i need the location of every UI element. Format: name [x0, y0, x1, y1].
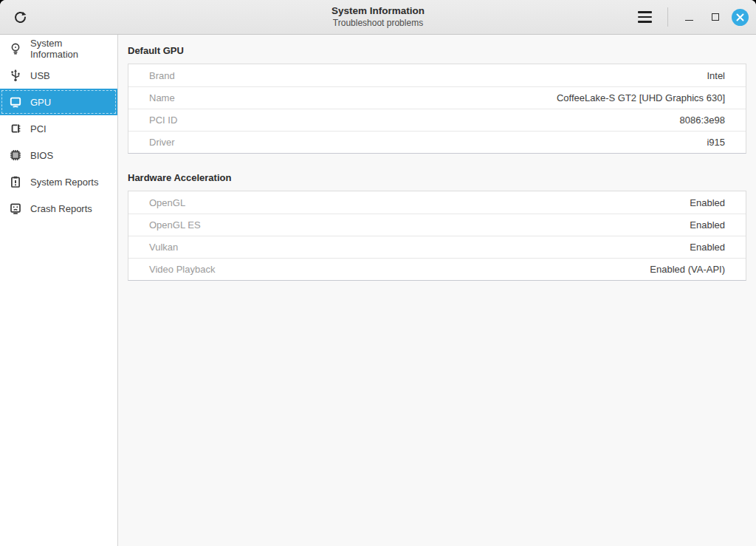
- sidebar-item-usb[interactable]: USB: [0, 62, 117, 89]
- row-label: OpenGL: [149, 197, 185, 208]
- window-subtitle: Troubleshoot problems: [331, 18, 425, 29]
- row-label: Brand: [149, 70, 175, 81]
- table-row: PCI ID 8086:3e98: [128, 109, 746, 131]
- chip-icon: [9, 149, 22, 162]
- app-window: System Information Troubleshoot problems: [0, 0, 756, 546]
- sidebar-item-system-information[interactable]: System Information: [0, 35, 117, 62]
- row-label: Video Playback: [149, 264, 215, 275]
- row-value: Intel: [707, 70, 725, 81]
- section-hardware-acceleration: Hardware Acceleration OpenGL Enabled Ope…: [128, 172, 746, 281]
- sidebar-item-label: GPU: [30, 97, 51, 108]
- sidebar-item-bios[interactable]: BIOS: [0, 142, 117, 168]
- sidebar-item-label: USB: [30, 70, 50, 81]
- menu-button[interactable]: [632, 4, 657, 30]
- row-value: Enabled: [690, 197, 725, 208]
- refresh-button[interactable]: [7, 4, 32, 30]
- row-label: Driver: [149, 137, 175, 148]
- info-table: Brand Intel Name CoffeeLake-S GT2 [UHD G…: [128, 64, 746, 154]
- maximize-icon: [712, 13, 719, 21]
- pci-card-icon: [9, 122, 22, 135]
- main-area: System Information USB: [0, 35, 756, 546]
- row-label: OpenGL ES: [149, 219, 201, 231]
- sidebar-item-pci[interactable]: PCI: [0, 115, 117, 142]
- table-row: Name CoffeeLake-S GT2 [UHD Graphics 630]: [128, 86, 746, 109]
- sidebar-item-label: System Reports: [30, 177, 98, 188]
- minimize-button[interactable]: [678, 7, 699, 27]
- row-value: Enabled: [690, 242, 725, 253]
- refresh-icon: [13, 10, 28, 25]
- row-value: Enabled (VA-API): [650, 264, 725, 275]
- row-label: Name: [149, 92, 175, 103]
- table-row: Brand Intel: [128, 64, 746, 86]
- table-row: OpenGL Enabled: [128, 191, 746, 214]
- header-bar: System Information Troubleshoot problems: [0, 0, 756, 35]
- sidebar: System Information USB: [0, 35, 118, 546]
- sidebar-item-label: Crash Reports: [30, 203, 92, 214]
- maximize-button[interactable]: [705, 7, 726, 27]
- monitor-icon: [9, 95, 22, 109]
- row-value: 8086:3e98: [680, 115, 725, 126]
- table-row: Video Playback Enabled (VA-API): [128, 258, 746, 280]
- sidebar-item-system-reports[interactable]: System Reports: [0, 168, 117, 195]
- sidebar-item-label: System Information: [30, 38, 111, 60]
- hamburger-icon: [638, 11, 652, 13]
- window-title-area: System Information Troubleshoot problems: [331, 5, 425, 29]
- table-row: Driver i915: [128, 131, 746, 153]
- section-title: Default GPU: [128, 45, 746, 56]
- clipboard-alert-icon: [9, 175, 22, 188]
- window-title: System Information: [331, 5, 425, 18]
- content-panel: Default GPU Brand Intel Name CoffeeLake-…: [118, 35, 756, 546]
- row-value: Enabled: [690, 219, 725, 231]
- table-row: Vulkan Enabled: [128, 236, 746, 258]
- row-label: PCI ID: [149, 115, 177, 126]
- usb-icon: [9, 69, 22, 82]
- header-controls: [632, 4, 749, 30]
- sidebar-item-crash-reports[interactable]: Crash Reports: [0, 195, 117, 222]
- minimize-icon: [685, 14, 693, 21]
- section-default-gpu: Default GPU Brand Intel Name CoffeeLake-…: [128, 45, 746, 154]
- header-separator: [667, 7, 668, 27]
- crash-face-icon: [9, 202, 22, 215]
- sidebar-item-label: PCI: [30, 123, 47, 134]
- lightbulb-icon: [9, 42, 22, 55]
- close-button[interactable]: [732, 9, 749, 26]
- sidebar-item-gpu[interactable]: GPU: [0, 89, 117, 115]
- row-value: CoffeeLake-S GT2 [UHD Graphics 630]: [557, 92, 725, 103]
- table-row: OpenGL ES Enabled: [128, 214, 746, 236]
- row-value: i915: [707, 137, 725, 148]
- section-title: Hardware Acceleration: [128, 172, 746, 183]
- sidebar-item-label: BIOS: [30, 150, 53, 161]
- close-icon: [736, 13, 744, 21]
- info-table: OpenGL Enabled OpenGL ES Enabled Vulkan …: [128, 191, 746, 281]
- row-label: Vulkan: [149, 242, 178, 253]
